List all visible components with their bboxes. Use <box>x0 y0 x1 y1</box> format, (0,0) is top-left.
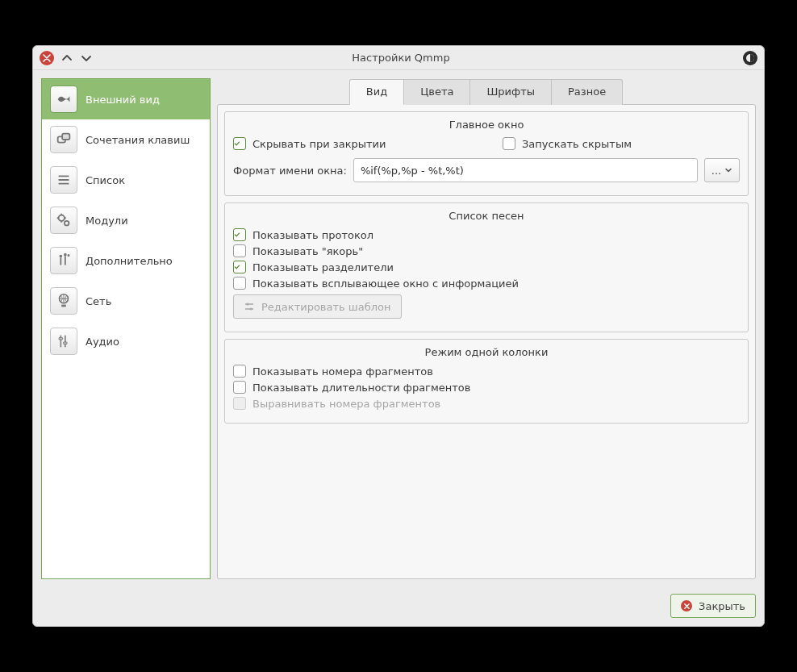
ellipsis-label: ... <box>711 165 721 177</box>
sidebar-item-modules[interactable]: Модули <box>42 200 210 240</box>
sidebar-item-list[interactable]: Список <box>42 160 210 200</box>
button-label: Закрыть <box>699 600 745 612</box>
titlebar: Настройки Qmmp <box>33 46 764 70</box>
group-song-list: Список песен Показывать протокол Показыв… <box>224 202 749 332</box>
window-title-format-label: Формат имени окна: <box>233 165 347 177</box>
group-main-window: Главное окно Скрывать при закрытии Запус… <box>224 111 749 196</box>
checkbox-show-protocol[interactable]: Показывать протокол <box>233 228 373 241</box>
checkbox-label: Скрывать при закрытии <box>252 138 386 150</box>
sidebar-item-network[interactable]: Сеть <box>42 281 210 321</box>
checkbox-hide-on-close[interactable]: Скрывать при закрытии <box>233 137 470 150</box>
sidebar-item-audio[interactable]: Аудио <box>42 321 210 361</box>
chevron-down-icon[interactable] <box>80 52 93 65</box>
checkbox-show-durations[interactable]: Показывать длительности фрагментов <box>233 381 470 394</box>
settings-sidebar: Внешний вид Сочетания клавиш Список Моду… <box>41 78 211 579</box>
sidebar-item-label: Аудио <box>86 336 119 348</box>
checkbox-show-track-numbers[interactable]: Показывать номера фрагментов <box>233 365 433 378</box>
sidebar-item-label: Модули <box>86 215 128 227</box>
checkbox-label: Показывать "якорь" <box>252 245 363 257</box>
checkbox-label: Показывать протокол <box>252 229 373 241</box>
svg-point-6 <box>59 215 65 221</box>
tab-panel-view: Главное окно Скрывать при закрытии Запус… <box>217 104 756 579</box>
sidebar-item-label: Внешний вид <box>86 94 160 106</box>
svg-point-8 <box>60 255 63 258</box>
group-title: Список песен <box>233 210 740 222</box>
tab-view[interactable]: Вид <box>349 79 404 105</box>
button-label: Редактировать шаблон <box>261 301 391 313</box>
audio-icon <box>50 328 77 355</box>
sidebar-item-label: Дополнительно <box>86 255 173 267</box>
chevron-down-icon <box>724 166 732 174</box>
checkbox-show-dividers[interactable]: Показывать разделители <box>233 261 394 273</box>
window-title-format-input[interactable] <box>353 158 698 182</box>
window-title: Настройки Qmmp <box>93 52 709 64</box>
shortcuts-icon <box>50 126 77 153</box>
appearance-icon <box>50 86 77 113</box>
checkbox-label: Показывать всплывающее окно с информацие… <box>252 278 519 290</box>
dialog-footer: Закрыть <box>33 587 764 626</box>
close-icon <box>681 600 692 611</box>
window-close-button[interactable] <box>40 51 54 65</box>
sliders-icon <box>244 301 255 312</box>
checkbox-label: Запускать скрытым <box>522 138 632 150</box>
checkbox-align-numbers: Выравнивать номера фрагментов <box>233 397 440 410</box>
chevron-up-icon[interactable] <box>61 52 73 65</box>
group-title: Режим одной колонки <box>233 346 740 358</box>
checkbox-label: Показывать номера фрагментов <box>252 365 433 378</box>
tab-colors[interactable]: Цвета <box>403 79 470 105</box>
svg-rect-13 <box>61 305 66 307</box>
sidebar-item-advanced[interactable]: Дополнительно <box>42 240 210 281</box>
close-button[interactable]: Закрыть <box>670 594 756 618</box>
svg-point-7 <box>65 221 69 226</box>
svg-point-20 <box>246 303 248 305</box>
checkbox-show-anchor[interactable]: Показывать "якорь" <box>233 244 363 257</box>
checkbox-label: Показывать разделители <box>252 261 394 273</box>
sidebar-item-label: Сочетания клавиш <box>86 134 190 146</box>
advanced-icon <box>50 247 77 274</box>
edit-template-button: Редактировать шаблон <box>233 294 402 319</box>
sidebar-item-label: Сеть <box>86 295 111 307</box>
group-title: Главное окно <box>233 119 740 131</box>
svg-point-9 <box>64 253 67 257</box>
svg-rect-16 <box>59 337 63 340</box>
tab-misc[interactable]: Разное <box>551 79 623 105</box>
checkbox-label: Выравнивать номера фрагментов <box>252 398 440 410</box>
sidebar-item-label: Список <box>86 174 125 186</box>
svg-point-21 <box>249 307 252 310</box>
svg-rect-17 <box>64 342 68 344</box>
checkbox-start-hidden[interactable]: Запускать скрытым <box>503 137 740 150</box>
app-icon <box>743 51 757 65</box>
settings-window: Настройки Qmmp Внешний вид Сочетания кла… <box>32 45 765 627</box>
list-icon <box>50 166 77 194</box>
svg-rect-14 <box>60 336 61 348</box>
group-single-column: Режим одной колонки Показывать номера фр… <box>224 339 749 424</box>
svg-rect-15 <box>65 336 66 348</box>
modules-icon <box>50 207 77 234</box>
tabs: Вид Цвета Шрифты Разное <box>217 78 756 104</box>
tab-fonts[interactable]: Шрифты <box>469 79 552 105</box>
window-title-format-menu-button[interactable]: ... <box>704 158 740 182</box>
network-icon <box>50 287 77 315</box>
sidebar-item-shortcuts[interactable]: Сочетания клавиш <box>42 119 210 160</box>
checkbox-label: Показывать длительности фрагментов <box>252 382 470 394</box>
svg-rect-2 <box>62 134 69 140</box>
sidebar-item-appearance[interactable]: Внешний вид <box>42 79 210 119</box>
checkbox-show-popup[interactable]: Показывать всплывающее окно с информацие… <box>233 277 519 290</box>
